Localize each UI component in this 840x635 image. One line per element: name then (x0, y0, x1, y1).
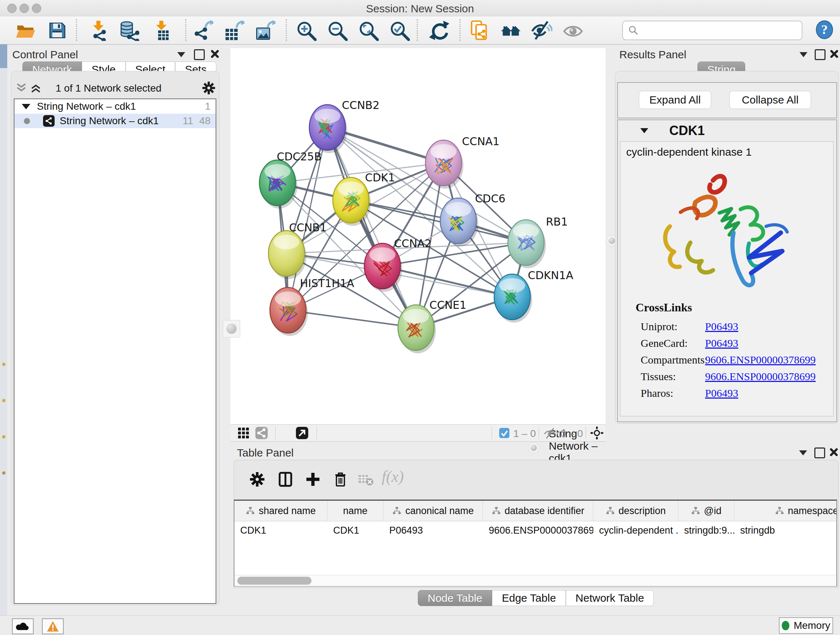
gene-section-collapse-icon[interactable] (640, 128, 648, 133)
expand-all-networks-icon[interactable] (30, 82, 42, 93)
table-options-gear-icon[interactable] (246, 469, 268, 491)
tab-node-table[interactable]: Node Table (418, 590, 492, 606)
node-CCNE1[interactable]: CCNE1 (398, 299, 466, 353)
column-header-namespace[interactable]: namespace (734, 501, 836, 521)
column-header-shared-name[interactable]: shared name (234, 501, 327, 521)
network-canvas[interactable]: CCNB2CCNA1CDC25BCDK1CDC6RB1CCNB1CCNA2CDK… (231, 48, 606, 424)
results-panel-menu-icon[interactable] (799, 52, 807, 57)
crosslink-link[interactable]: 9606.ENSP00000378699 (705, 371, 816, 383)
table-panel-float-icon[interactable] (814, 448, 825, 458)
control-panel-close-icon[interactable] (210, 49, 219, 59)
network-row[interactable]: String Network – cdk1 11 48 (14, 114, 216, 128)
crosslink-link[interactable]: P06493 (705, 320, 738, 333)
network-label: String Network – cdk1 (60, 115, 159, 127)
crosslink-link[interactable]: 9606.ENSP00000378699 (705, 354, 816, 366)
column-header-name[interactable]: name (327, 501, 384, 521)
toolbar-separator (286, 19, 287, 41)
column-header-canonical-name[interactable]: canonical name (384, 501, 483, 521)
column-header-description[interactable]: description (593, 501, 678, 521)
fit-selection-crosshair-icon[interactable] (590, 426, 604, 440)
export-image-button[interactable] (252, 19, 279, 42)
table-horizontal-scrollbar[interactable] (234, 575, 836, 586)
zoom-fit-button[interactable] (355, 19, 382, 42)
control-panel-menu-icon[interactable] (177, 52, 185, 57)
tab-network-table[interactable]: Network Table (566, 590, 654, 606)
node-CCNB2[interactable]: CCNB2 (309, 99, 379, 153)
import-database-button[interactable] (115, 19, 142, 42)
save-session-button[interactable] (43, 19, 71, 42)
export-network-button[interactable] (189, 19, 217, 42)
crosslink-link[interactable]: P06493 (705, 337, 738, 349)
expand-all-button[interactable]: Expand All (639, 91, 711, 109)
create-column-icon[interactable] (302, 469, 324, 491)
node-table[interactable]: shared namenamecanonical namedatabase id… (234, 500, 837, 586)
control-panel-float-icon[interactable] (194, 49, 205, 60)
search-input[interactable] (639, 23, 802, 38)
cloud-icon (16, 621, 30, 631)
help-button[interactable]: ? (815, 20, 834, 40)
column-label: name (343, 505, 368, 516)
node-label-CDK1: CDK1 (365, 171, 395, 184)
column-header-database-identifier[interactable]: database identifier (483, 501, 593, 521)
first-neighbors-button[interactable] (497, 19, 524, 42)
table-panel-menu-icon[interactable] (799, 450, 807, 455)
import-table-button[interactable] (148, 19, 175, 42)
cloud-status-button[interactable] (12, 618, 34, 634)
node-RB1[interactable]: RB1 (508, 215, 568, 268)
zoom-selected-button[interactable] (386, 19, 413, 42)
show-columns-icon[interactable] (275, 469, 296, 491)
refresh-button[interactable] (425, 19, 453, 42)
node-CCNA2[interactable]: CCNA2 (364, 237, 431, 292)
show-hide-panels-button[interactable] (528, 19, 556, 42)
network-view-dot-icon (24, 118, 30, 124)
table-cell: stringdb:9... (678, 525, 734, 536)
selected-count-checkbox-icon[interactable] (499, 428, 510, 439)
results-panel-close-icon[interactable] (829, 49, 838, 59)
node-CCNB1[interactable]: CCNB1 (268, 221, 327, 279)
open-session-button[interactable] (11, 19, 39, 42)
collapse-all-networks-icon[interactable] (15, 82, 27, 93)
open-session-icon (15, 20, 36, 41)
export-table-icon (224, 20, 245, 41)
warnings-button[interactable] (42, 618, 64, 634)
node-label-CCNB2: CCNB2 (342, 99, 379, 111)
network-collection-row[interactable]: String Network – cdk1 1 (14, 99, 216, 114)
network-options-gear-icon[interactable] (201, 80, 216, 96)
memory-button[interactable]: Memory (779, 617, 833, 634)
tab-edge-table[interactable]: Edge Table (492, 590, 566, 606)
open-in-browser-icon[interactable] (295, 426, 309, 440)
string-style-icon[interactable] (254, 426, 269, 440)
export-table-button[interactable] (221, 19, 248, 42)
node-HIST1H1A[interactable]: HIST1H1A (270, 277, 355, 336)
node-CDC6[interactable]: CDC6 (440, 192, 505, 247)
scrollbar-thumb[interactable] (237, 577, 311, 585)
table-row[interactable]: CDK1CDK1P064939606.ENSP00000378699cyclin… (234, 521, 836, 539)
node-label-HIST1H1A: HIST1H1A (300, 277, 355, 290)
import-network-button[interactable] (85, 19, 112, 42)
crosslink-link[interactable]: P06493 (705, 387, 738, 399)
node-CDKN1A[interactable]: CDKN1A (494, 269, 573, 323)
duplicate-network-button[interactable] (466, 19, 493, 42)
crosslink-row: Uniprot:P06493 (621, 318, 833, 335)
delete-column-icon[interactable] (330, 469, 351, 491)
table-panel-close-icon[interactable] (829, 448, 838, 457)
birdseye-grid-icon[interactable] (236, 426, 251, 440)
zoom-out-button[interactable] (324, 19, 351, 42)
refresh-icon (429, 20, 450, 41)
collapse-all-button[interactable]: Collapse All (729, 91, 811, 109)
collection-collapse-icon[interactable] (22, 104, 30, 109)
zoom-in-button[interactable] (292, 19, 320, 42)
crosslink-label: Pharos: (621, 387, 705, 399)
control-panel-title: Control Panel (12, 49, 78, 61)
node-label-RB1: RB1 (546, 215, 568, 228)
background-window-sliver (0, 44, 7, 635)
node-label-CCNA2: CCNA2 (394, 237, 431, 250)
network-node-count: 11 (183, 115, 193, 127)
table-panel-tabs: Node TableEdge TableNetwork Table (418, 590, 654, 606)
collection-count: 1 (205, 101, 210, 112)
column-header--id[interactable]: @id (678, 501, 734, 521)
results-panel-float-icon[interactable] (815, 49, 826, 60)
left-splitter-handle[interactable] (223, 320, 240, 337)
column-source-icon (775, 506, 784, 516)
collection-label: String Network – cdk1 (37, 101, 136, 112)
